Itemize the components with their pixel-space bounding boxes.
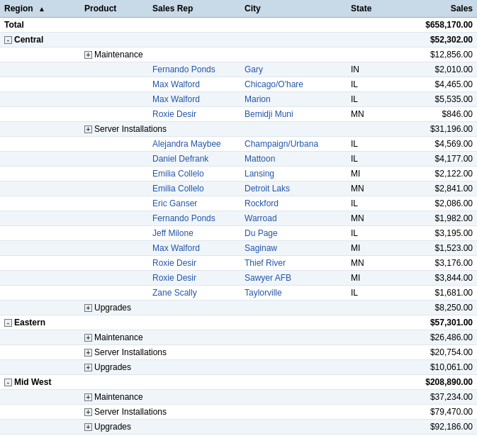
- data-salesrep[interactable]: Fernando Ponds: [148, 211, 240, 226]
- city-link[interactable]: Chicago/O'hare: [245, 79, 303, 89]
- city-link[interactable]: Sawyer AFB: [245, 273, 291, 283]
- salesrep-link[interactable]: Roxie Desir: [152, 109, 196, 119]
- salesrep-link[interactable]: Max Walford: [152, 243, 200, 253]
- data-salesrep[interactable]: Max Walford: [148, 77, 240, 92]
- subgroup-sales: $26,486.00: [396, 330, 477, 345]
- salesrep-link[interactable]: Jeff Milone: [152, 228, 193, 238]
- data-city[interactable]: Saginaw: [240, 241, 347, 256]
- expand-icon[interactable]: +: [84, 364, 92, 371]
- header-city[interactable]: City: [240, 0, 347, 18]
- city-link[interactable]: Du Page: [245, 228, 278, 238]
- subgroup-label[interactable]: +Upgrades: [80, 360, 396, 375]
- city-link[interactable]: Champaign/Urbana: [245, 139, 318, 149]
- subgroup-label[interactable]: +Server Installations: [80, 405, 396, 420]
- group-label[interactable]: -Central: [0, 33, 396, 47]
- city-link[interactable]: Gary: [245, 65, 263, 74]
- expand-icon[interactable]: +: [84, 393, 92, 401]
- salesrep-link[interactable]: Emilia Collelo: [152, 169, 204, 179]
- data-salesrep[interactable]: Max Walford: [148, 241, 240, 256]
- data-state: IL: [347, 137, 396, 152]
- subgroup-sales: $10,061.00: [396, 360, 477, 375]
- data-salesrep[interactable]: Roxie Desir: [148, 271, 240, 286]
- collapse-icon[interactable]: -: [4, 319, 12, 327]
- data-city[interactable]: Gary: [240, 62, 347, 77]
- city-link[interactable]: Taylorville: [245, 288, 282, 298]
- subgroup-label[interactable]: +Server Installations: [80, 122, 396, 137]
- group-label[interactable]: -Mid West: [0, 375, 396, 390]
- data-salesrep[interactable]: Zane Scally: [148, 286, 240, 301]
- expand-icon[interactable]: +: [84, 304, 92, 312]
- subgroup-sales: $31,196.00: [396, 122, 477, 137]
- expand-icon[interactable]: +: [84, 125, 92, 133]
- salesrep-link[interactable]: Roxie Desir: [152, 258, 196, 268]
- city-link[interactable]: Lansing: [245, 169, 274, 179]
- subgroup-label[interactable]: +Upgrades: [80, 301, 396, 315]
- salesrep-link[interactable]: Fernando Ponds: [152, 213, 215, 223]
- subgroup-label[interactable]: +Maintenance: [80, 47, 396, 62]
- city-link[interactable]: Rockford: [245, 198, 279, 208]
- expand-icon[interactable]: +: [84, 408, 92, 416]
- subgroup-label[interactable]: +Upgrades: [80, 420, 396, 435]
- data-salesrep[interactable]: Emilia Collelo: [148, 181, 240, 196]
- city-link[interactable]: Warroad: [245, 213, 277, 223]
- city-link[interactable]: Bemidji Muni: [245, 109, 293, 119]
- data-city[interactable]: Sawyer AFB: [240, 271, 347, 286]
- city-link[interactable]: Saginaw: [245, 243, 277, 253]
- data-salesrep[interactable]: Roxie Desir: [148, 256, 240, 271]
- data-city[interactable]: Thief River: [240, 256, 347, 271]
- data-salesrep[interactable]: Eric Ganser: [148, 196, 240, 211]
- data-city[interactable]: Bemidji Muni: [240, 107, 347, 122]
- data-salesrep[interactable]: Daniel Defrank: [148, 152, 240, 167]
- salesrep-link[interactable]: Eric Ganser: [152, 198, 197, 208]
- data-city[interactable]: Mattoon: [240, 152, 347, 167]
- salesrep-link[interactable]: Roxie Desir: [152, 273, 196, 283]
- data-city[interactable]: Warroad: [240, 211, 347, 226]
- table-row: Emilia Collelo Detroit Laks MN $2,841.00: [0, 181, 477, 196]
- data-salesrep[interactable]: Emilia Collelo: [148, 167, 240, 181]
- city-label: City: [245, 4, 261, 13]
- data-city[interactable]: Taylorville: [240, 286, 347, 301]
- data-salesrep[interactable]: Fernando Ponds: [148, 62, 240, 77]
- header-region[interactable]: Region ▲: [0, 0, 80, 18]
- expand-icon[interactable]: +: [84, 51, 92, 59]
- city-link[interactable]: Thief River: [245, 258, 286, 268]
- header-salesrep[interactable]: Sales Rep: [148, 0, 240, 18]
- data-city[interactable]: Rockford: [240, 196, 347, 211]
- subgroup-label[interactable]: +Maintenance: [80, 390, 396, 405]
- salesrep-link[interactable]: Max Walford: [152, 79, 200, 89]
- salesrep-link[interactable]: Fernando Ponds: [152, 65, 215, 74]
- header-sales[interactable]: Sales: [396, 0, 477, 18]
- data-salesrep[interactable]: Jeff Milone: [148, 226, 240, 241]
- subgroup-label[interactable]: +Maintenance: [80, 330, 396, 345]
- salesrep-link[interactable]: Emilia Collelo: [152, 184, 204, 194]
- header-product[interactable]: Product: [80, 0, 148, 18]
- collapse-icon[interactable]: -: [4, 36, 12, 44]
- header-state[interactable]: State: [347, 0, 396, 18]
- subgroup-label[interactable]: +Server Installations: [80, 345, 396, 360]
- salesrep-link[interactable]: Max Walford: [152, 94, 200, 104]
- data-city[interactable]: Chicago/O'hare: [240, 77, 347, 92]
- salesrep-link[interactable]: Alejandra Maybee: [152, 139, 221, 149]
- data-sales: $2,841.00: [396, 181, 477, 196]
- data-region: [0, 241, 80, 256]
- city-link[interactable]: Detroit Laks: [245, 184, 290, 194]
- expand-icon[interactable]: +: [84, 334, 92, 342]
- city-link[interactable]: Mattoon: [245, 154, 275, 164]
- salesrep-link[interactable]: Daniel Defrank: [152, 154, 208, 164]
- data-salesrep[interactable]: Max Walford: [148, 92, 240, 107]
- city-link[interactable]: Marion: [245, 94, 271, 104]
- data-salesrep[interactable]: Alejandra Maybee: [148, 137, 240, 152]
- group-label[interactable]: -Eastern: [0, 315, 396, 330]
- expand-icon[interactable]: +: [84, 423, 92, 431]
- data-city[interactable]: Champaign/Urbana: [240, 137, 347, 152]
- data-city[interactable]: Du Page: [240, 226, 347, 241]
- data-city[interactable]: Detroit Laks: [240, 181, 347, 196]
- data-salesrep[interactable]: Roxie Desir: [148, 107, 240, 122]
- salesrep-link[interactable]: Zane Scally: [152, 288, 197, 298]
- product-label: Product: [84, 4, 116, 13]
- data-city[interactable]: Marion: [240, 92, 347, 107]
- data-city[interactable]: Lansing: [240, 167, 347, 181]
- expand-icon[interactable]: +: [84, 349, 92, 357]
- data-product: [80, 196, 148, 211]
- collapse-icon[interactable]: -: [4, 379, 12, 386]
